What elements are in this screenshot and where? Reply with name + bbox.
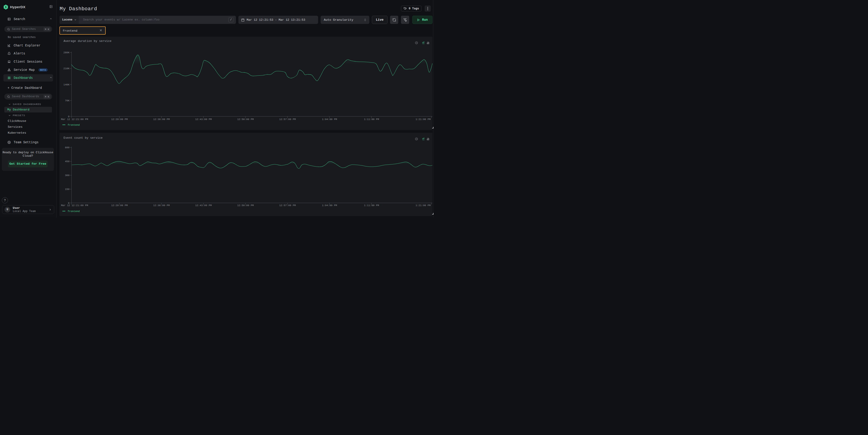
svg-text:1:11:00 PM: 1:11:00 PM [364,204,379,207]
svg-text:140K: 140K [64,83,70,86]
svg-text:280K: 280K [64,51,70,54]
svg-text:Mar 12 12:21:00 PM: Mar 12 12:21:00 PM [61,204,88,207]
svg-text:1:21:00 PM: 1:21:00 PM [415,204,431,207]
svg-text:1:11:00 PM: 1:11:00 PM [364,118,379,121]
svg-text:frontend: frontend [68,210,80,213]
svg-text:Mar 12 12:21:00 PM: Mar 12 12:21:00 PM [61,118,88,121]
svg-text:12:36:00 PM: 12:36:00 PM [153,118,170,121]
svg-text:12:57:00 PM: 12:57:00 PM [279,204,296,207]
svg-text:12:50:00 PM: 12:50:00 PM [237,204,254,207]
svg-text:12:36:00 PM: 12:36:00 PM [153,204,170,207]
svg-text:1:04:00 PM: 1:04:00 PM [322,118,337,121]
svg-text:300: 300 [65,174,69,177]
svg-text:210K: 210K [64,67,70,70]
svg-text:frontend: frontend [68,124,80,126]
svg-text:12:29:00 PM: 12:29:00 PM [111,204,128,207]
svg-text:12:29:00 PM: 12:29:00 PM [111,118,128,121]
svg-text:450: 450 [65,160,69,163]
svg-text:1:21:00 PM: 1:21:00 PM [415,118,431,121]
svg-text:12:43:00 PM: 12:43:00 PM [195,118,212,121]
svg-text:0: 0 [68,115,69,118]
svg-text:150: 150 [65,188,69,191]
svg-text:12:43:00 PM: 12:43:00 PM [195,204,212,207]
svg-text:70K: 70K [65,99,69,102]
svg-text:12:57:00 PM: 12:57:00 PM [279,118,296,121]
svg-text:600: 600 [65,146,69,149]
svg-text:12:50:00 PM: 12:50:00 PM [237,118,254,121]
svg-text:1:04:00 PM: 1:04:00 PM [322,204,337,207]
